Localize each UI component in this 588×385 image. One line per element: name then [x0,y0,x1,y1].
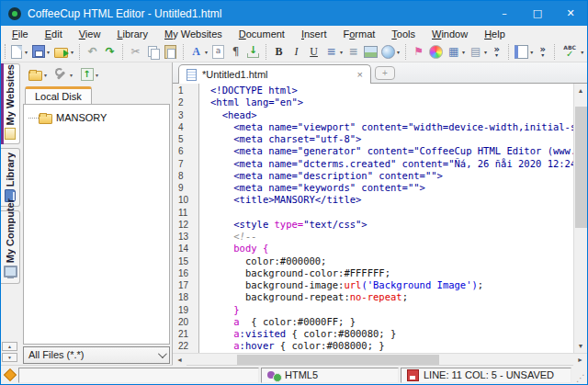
spell-check-icon [560,45,579,59]
tab-scroll-down-icon[interactable]: ▼ [2,353,17,362]
sidebar-tab-my-computer[interactable]: My Computer [1,210,20,284]
vertical-scrollbar-thumb[interactable] [575,107,587,228]
scroll-down-icon[interactable]: ▼ [574,339,588,353]
tree-item-mansory[interactable]: MANSORY [26,110,167,125]
main-area: My WebsitesLibraryMy Computer▲▼ ▾▾▾ Loca… [1,62,587,365]
spell-check-dropdown[interactable]: ▾ [581,49,583,55]
vertical-scrollbar[interactable]: ▲ ▼ [573,84,587,353]
new-tab-button[interactable]: + [375,66,395,80]
sidebar-tab-my-websites[interactable]: My Websites [1,63,20,144]
panel-open-folder-button[interactable]: ▾ [28,68,47,82]
copy-icon [146,45,160,59]
open-export-button[interactable]: ▾ [51,44,75,60]
menu-document[interactable]: Document [231,28,293,40]
paragraph-marks-button[interactable]: ¶ [227,44,244,60]
menu-library[interactable]: Library [108,28,156,40]
line-number: 1 [173,85,198,96]
menu-view[interactable]: View [71,28,109,40]
cut-button[interactable]: ✂ [127,44,144,60]
list-button[interactable]: ≡ [345,44,362,60]
new-document-dropdown[interactable]: ▾ [25,49,28,55]
tab-scroll-up-icon[interactable]: ▲ [2,342,17,351]
font-color-button[interactable]: A▾ [187,44,209,60]
panel-upload-dropdown[interactable]: ▾ [96,72,98,78]
toolbar-overflow-format-button[interactable]: »▾ [489,45,504,58]
document-tab-title: *Untitled1.html [202,69,268,80]
color-wheel-button[interactable] [427,44,445,60]
undo-icon: ↶ [85,45,99,59]
library-button[interactable]: ▾ [513,44,535,60]
form-elements-button[interactable]: ▤▾ [467,44,489,60]
library-dropdown[interactable]: ▾ [530,49,533,55]
menu-my-websites[interactable]: My Websites [156,28,231,40]
resize-grip[interactable] [574,369,585,380]
code-line: <head> [210,109,573,121]
copy-button[interactable] [144,44,162,60]
web-image-icon [381,45,395,59]
highlight-button[interactable]: ⚑ [410,44,427,60]
open-export-dropdown[interactable]: ▾ [71,49,74,55]
line-number: 17 [173,279,198,291]
insert-table-dropdown[interactable]: ▾ [462,49,465,55]
horizontal-scrollbar[interactable]: ◄ ► [173,353,587,365]
bold-button[interactable]: B [270,44,288,60]
underline-button[interactable]: U [305,44,322,60]
toolbar-separator [266,44,266,60]
doctype-label: HTML5 [285,369,318,380]
file-tree: MANSORY [23,104,170,345]
web-image-dropdown[interactable]: ▾ [397,49,400,55]
panel-upload-button[interactable]: ▾ [80,68,98,82]
insert-table-button[interactable]: ▦▾ [445,44,467,60]
line-number: 15 [173,255,198,267]
save-dropdown[interactable]: ▾ [47,49,50,55]
panel-tools-dropdown[interactable]: ▾ [70,72,73,78]
insert-image-button[interactable] [362,44,379,60]
tab-close-icon[interactable]: × [357,69,363,80]
new-document-button[interactable]: ▾ [7,44,29,60]
minimize-button[interactable]: – [488,1,521,26]
local-disk-tab[interactable]: Local Disk [25,86,92,104]
line-number: 6 [173,145,198,157]
document-tab[interactable]: *Untitled1.html × [178,64,371,84]
spell-check-button[interactable]: ▾ [559,44,585,60]
download-icon [246,45,260,59]
paste-button[interactable] [162,44,179,60]
menu-tools[interactable]: Tools [383,28,424,40]
download-button[interactable] [244,44,262,60]
panel-tools-button[interactable]: ▾ [54,68,73,82]
code-text[interactable]: <!DOCTYPE html><html lang="en"> <head> <… [199,84,573,353]
italic-button[interactable]: I [288,44,305,60]
scroll-right-icon[interactable]: ► [573,354,587,366]
menu-insert[interactable]: Insert [293,28,335,40]
maximize-button[interactable]: □ [521,1,554,26]
code-line: <title>MANSORY</title> [210,194,573,206]
file-filter-select[interactable]: All Files (*.*) [23,346,170,364]
menu-window[interactable]: Window [424,28,476,40]
toolbar-grip [5,44,6,59]
scroll-left-icon[interactable]: ◄ [173,354,187,366]
toolbar-separator [508,44,509,60]
close-button[interactable]: ✕ [554,1,587,26]
font-color-dropdown[interactable]: ▾ [205,49,208,55]
insert-symbol-button[interactable] [209,44,227,60]
toolbar-overflow-library-icon: » [536,45,549,53]
menu-help[interactable]: Help [476,28,514,40]
line-number: 5 [173,133,198,145]
menu-file[interactable]: File [4,28,37,40]
scroll-up-icon[interactable]: ▲ [574,84,588,97]
undo-button[interactable]: ↶ [84,44,101,60]
redo-button[interactable]: ↷ [101,44,119,60]
menu-format[interactable]: Format [334,28,383,40]
panel-open-folder-dropdown[interactable]: ▾ [44,72,47,78]
form-elements-dropdown[interactable]: ▾ [484,49,487,55]
align-dropdown[interactable]: ▾ [340,49,343,55]
toolbar-overflow-library-button[interactable]: »▾ [535,45,550,58]
filter-row: All Files (*.*) [21,345,172,365]
web-image-button[interactable]: ▾ [379,44,401,60]
align-button[interactable]: ≡▾ [322,44,345,60]
code-editor[interactable]: 12345678910111213141516171819202122 <!DO… [173,84,587,353]
menu-edit[interactable]: Edit [37,28,71,40]
horizontal-scrollbar-thumb[interactable] [237,355,439,365]
save-button[interactable]: ▾ [29,44,51,60]
insert-image-icon [364,45,378,59]
